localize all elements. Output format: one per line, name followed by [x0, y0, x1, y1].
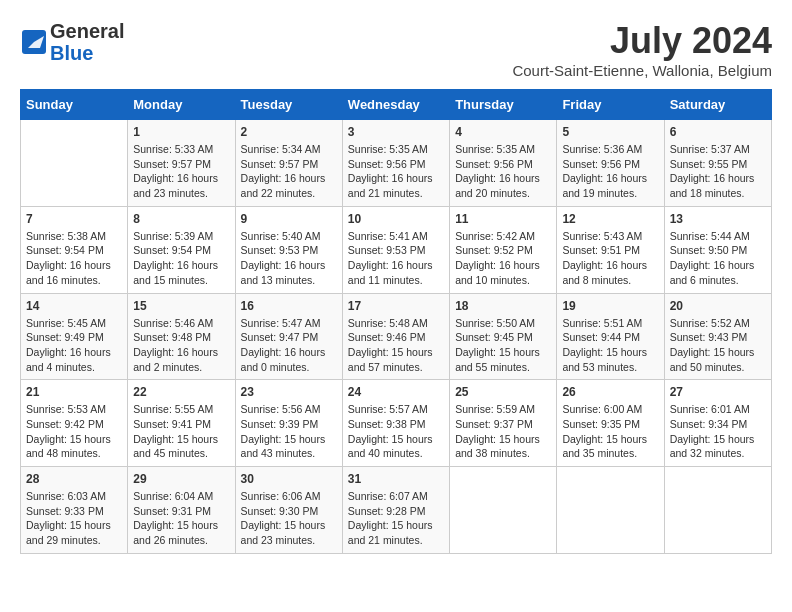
calendar-cell: 12Sunrise: 5:43 AM Sunset: 9:51 PM Dayli… — [557, 206, 664, 293]
day-number: 2 — [241, 125, 337, 139]
calendar-cell: 22Sunrise: 5:55 AM Sunset: 9:41 PM Dayli… — [128, 380, 235, 467]
calendar-cell — [450, 467, 557, 554]
calendar-cell: 30Sunrise: 6:06 AM Sunset: 9:30 PM Dayli… — [235, 467, 342, 554]
day-number: 28 — [26, 472, 122, 486]
calendar-cell: 5Sunrise: 5:36 AM Sunset: 9:56 PM Daylig… — [557, 120, 664, 207]
calendar-cell: 29Sunrise: 6:04 AM Sunset: 9:31 PM Dayli… — [128, 467, 235, 554]
calendar-week-row: 21Sunrise: 5:53 AM Sunset: 9:42 PM Dayli… — [21, 380, 772, 467]
logo: General Blue — [20, 20, 124, 64]
day-number: 17 — [348, 299, 444, 313]
day-number: 22 — [133, 385, 229, 399]
cell-content: Sunrise: 5:56 AM Sunset: 9:39 PM Dayligh… — [241, 402, 337, 461]
cell-content: Sunrise: 5:43 AM Sunset: 9:51 PM Dayligh… — [562, 229, 658, 288]
cell-content: Sunrise: 6:07 AM Sunset: 9:28 PM Dayligh… — [348, 489, 444, 548]
weekday-header: Sunday — [21, 90, 128, 120]
day-number: 11 — [455, 212, 551, 226]
calendar-cell — [664, 467, 771, 554]
calendar-cell: 27Sunrise: 6:01 AM Sunset: 9:34 PM Dayli… — [664, 380, 771, 467]
calendar-cell: 16Sunrise: 5:47 AM Sunset: 9:47 PM Dayli… — [235, 293, 342, 380]
day-number: 27 — [670, 385, 766, 399]
weekday-header: Wednesday — [342, 90, 449, 120]
day-number: 4 — [455, 125, 551, 139]
cell-content: Sunrise: 5:57 AM Sunset: 9:38 PM Dayligh… — [348, 402, 444, 461]
day-number: 10 — [348, 212, 444, 226]
day-number: 8 — [133, 212, 229, 226]
calendar-week-row: 7Sunrise: 5:38 AM Sunset: 9:54 PM Daylig… — [21, 206, 772, 293]
cell-content: Sunrise: 5:38 AM Sunset: 9:54 PM Dayligh… — [26, 229, 122, 288]
weekday-header: Thursday — [450, 90, 557, 120]
day-number: 24 — [348, 385, 444, 399]
calendar-cell: 24Sunrise: 5:57 AM Sunset: 9:38 PM Dayli… — [342, 380, 449, 467]
cell-content: Sunrise: 6:04 AM Sunset: 9:31 PM Dayligh… — [133, 489, 229, 548]
page-header: General Blue July 2024 Court-Saint-Etien… — [20, 20, 772, 79]
calendar-cell: 28Sunrise: 6:03 AM Sunset: 9:33 PM Dayli… — [21, 467, 128, 554]
day-number: 21 — [26, 385, 122, 399]
cell-content: Sunrise: 5:47 AM Sunset: 9:47 PM Dayligh… — [241, 316, 337, 375]
calendar-cell: 2Sunrise: 5:34 AM Sunset: 9:57 PM Daylig… — [235, 120, 342, 207]
day-number: 9 — [241, 212, 337, 226]
cell-content: Sunrise: 6:06 AM Sunset: 9:30 PM Dayligh… — [241, 489, 337, 548]
day-number: 15 — [133, 299, 229, 313]
calendar-cell: 6Sunrise: 5:37 AM Sunset: 9:55 PM Daylig… — [664, 120, 771, 207]
weekday-header: Friday — [557, 90, 664, 120]
calendar-cell: 15Sunrise: 5:46 AM Sunset: 9:48 PM Dayli… — [128, 293, 235, 380]
day-number: 25 — [455, 385, 551, 399]
day-number: 29 — [133, 472, 229, 486]
cell-content: Sunrise: 5:34 AM Sunset: 9:57 PM Dayligh… — [241, 142, 337, 201]
day-number: 18 — [455, 299, 551, 313]
calendar-cell: 10Sunrise: 5:41 AM Sunset: 9:53 PM Dayli… — [342, 206, 449, 293]
day-number: 19 — [562, 299, 658, 313]
cell-content: Sunrise: 5:42 AM Sunset: 9:52 PM Dayligh… — [455, 229, 551, 288]
day-number: 1 — [133, 125, 229, 139]
calendar-cell — [21, 120, 128, 207]
day-number: 16 — [241, 299, 337, 313]
cell-content: Sunrise: 6:00 AM Sunset: 9:35 PM Dayligh… — [562, 402, 658, 461]
cell-content: Sunrise: 5:37 AM Sunset: 9:55 PM Dayligh… — [670, 142, 766, 201]
day-number: 30 — [241, 472, 337, 486]
calendar-cell: 13Sunrise: 5:44 AM Sunset: 9:50 PM Dayli… — [664, 206, 771, 293]
day-number: 13 — [670, 212, 766, 226]
calendar-cell: 3Sunrise: 5:35 AM Sunset: 9:56 PM Daylig… — [342, 120, 449, 207]
calendar-cell: 8Sunrise: 5:39 AM Sunset: 9:54 PM Daylig… — [128, 206, 235, 293]
calendar-cell: 17Sunrise: 5:48 AM Sunset: 9:46 PM Dayli… — [342, 293, 449, 380]
day-number: 26 — [562, 385, 658, 399]
cell-content: Sunrise: 5:35 AM Sunset: 9:56 PM Dayligh… — [455, 142, 551, 201]
calendar-cell: 7Sunrise: 5:38 AM Sunset: 9:54 PM Daylig… — [21, 206, 128, 293]
calendar-cell: 18Sunrise: 5:50 AM Sunset: 9:45 PM Dayli… — [450, 293, 557, 380]
logo-text-blue: Blue — [50, 42, 124, 64]
cell-content: Sunrise: 5:59 AM Sunset: 9:37 PM Dayligh… — [455, 402, 551, 461]
cell-content: Sunrise: 5:35 AM Sunset: 9:56 PM Dayligh… — [348, 142, 444, 201]
cell-content: Sunrise: 5:40 AM Sunset: 9:53 PM Dayligh… — [241, 229, 337, 288]
cell-content: Sunrise: 5:55 AM Sunset: 9:41 PM Dayligh… — [133, 402, 229, 461]
day-number: 3 — [348, 125, 444, 139]
day-number: 6 — [670, 125, 766, 139]
calendar-week-row: 14Sunrise: 5:45 AM Sunset: 9:49 PM Dayli… — [21, 293, 772, 380]
cell-content: Sunrise: 5:41 AM Sunset: 9:53 PM Dayligh… — [348, 229, 444, 288]
calendar-cell: 19Sunrise: 5:51 AM Sunset: 9:44 PM Dayli… — [557, 293, 664, 380]
calendar-week-row: 1Sunrise: 5:33 AM Sunset: 9:57 PM Daylig… — [21, 120, 772, 207]
cell-content: Sunrise: 5:48 AM Sunset: 9:46 PM Dayligh… — [348, 316, 444, 375]
calendar-cell: 31Sunrise: 6:07 AM Sunset: 9:28 PM Dayli… — [342, 467, 449, 554]
weekday-header: Tuesday — [235, 90, 342, 120]
weekday-header: Saturday — [664, 90, 771, 120]
calendar-cell: 1Sunrise: 5:33 AM Sunset: 9:57 PM Daylig… — [128, 120, 235, 207]
cell-content: Sunrise: 5:33 AM Sunset: 9:57 PM Dayligh… — [133, 142, 229, 201]
day-number: 12 — [562, 212, 658, 226]
calendar-table: SundayMondayTuesdayWednesdayThursdayFrid… — [20, 89, 772, 554]
weekday-header: Monday — [128, 90, 235, 120]
day-number: 7 — [26, 212, 122, 226]
day-number: 23 — [241, 385, 337, 399]
calendar-cell: 14Sunrise: 5:45 AM Sunset: 9:49 PM Dayli… — [21, 293, 128, 380]
cell-content: Sunrise: 5:50 AM Sunset: 9:45 PM Dayligh… — [455, 316, 551, 375]
calendar-cell: 25Sunrise: 5:59 AM Sunset: 9:37 PM Dayli… — [450, 380, 557, 467]
cell-content: Sunrise: 5:39 AM Sunset: 9:54 PM Dayligh… — [133, 229, 229, 288]
day-number: 20 — [670, 299, 766, 313]
cell-content: Sunrise: 5:44 AM Sunset: 9:50 PM Dayligh… — [670, 229, 766, 288]
calendar-header-row: SundayMondayTuesdayWednesdayThursdayFrid… — [21, 90, 772, 120]
cell-content: Sunrise: 6:03 AM Sunset: 9:33 PM Dayligh… — [26, 489, 122, 548]
cell-content: Sunrise: 6:01 AM Sunset: 9:34 PM Dayligh… — [670, 402, 766, 461]
title-block: July 2024 Court-Saint-Etienne, Wallonia,… — [512, 20, 772, 79]
cell-content: Sunrise: 5:53 AM Sunset: 9:42 PM Dayligh… — [26, 402, 122, 461]
day-number: 31 — [348, 472, 444, 486]
cell-content: Sunrise: 5:52 AM Sunset: 9:43 PM Dayligh… — [670, 316, 766, 375]
